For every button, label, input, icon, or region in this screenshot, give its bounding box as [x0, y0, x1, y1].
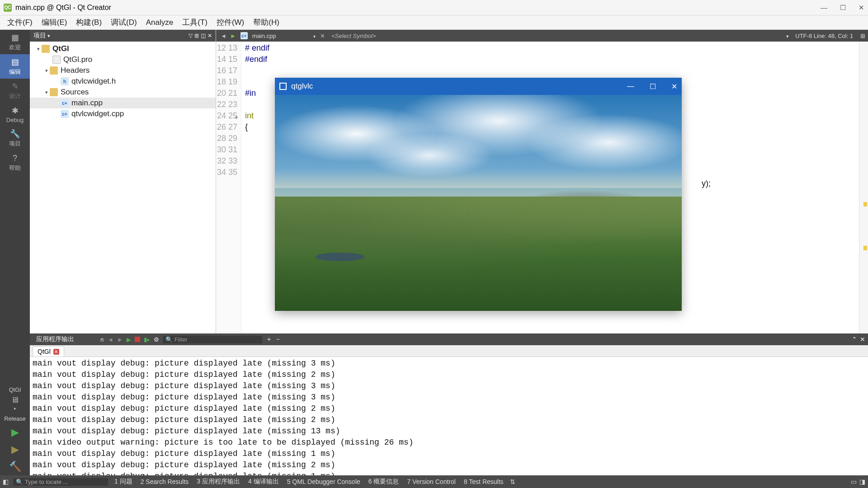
bottom-tab-compile[interactable]: 4 编译输出 [246, 478, 281, 486]
chevron-down-icon[interactable]: ▾ [786, 33, 789, 39]
build-button[interactable]: 🔨 [0, 458, 30, 475]
menu-build[interactable]: 构建(B) [71, 15, 106, 29]
chevron-down-icon[interactable]: ▾ [43, 67, 50, 74]
menu-widgets[interactable]: 控件(W) [212, 15, 249, 29]
project-view-selector[interactable]: 项目 [33, 32, 50, 40]
tree-root-label: QtGl [52, 44, 69, 53]
bottom-tab-tests[interactable]: 8 Test Results [462, 478, 505, 485]
toggle-sidebar-icon[interactable]: ◧ [3, 478, 9, 485]
video-titlebar[interactable]: qtglvlc — ☐ ✕ [275, 78, 682, 95]
locator-input[interactable]: 🔍 Type to locate ... [13, 478, 108, 486]
output-filter-input[interactable]: 🔍 Filter [163, 336, 262, 343]
project-sidebar: 项目 ▽ ⊞ ◫ ✕ ▾QtGl QtGl.pro ▾Headers hqtvl… [30, 30, 216, 333]
bottom-tab-qml[interactable]: 5 QML Debugger Console [285, 478, 362, 485]
bottom-tab-general[interactable]: 6 概要信息 [367, 478, 401, 486]
kit-config: Release [0, 413, 30, 424]
close-panel-icon[interactable]: ✕ [208, 33, 212, 39]
mode-projects[interactable]: 🔧 项目 [0, 126, 30, 150]
help-icon: ? [10, 153, 20, 163]
tree-pro-file[interactable]: QtGl.pro [30, 54, 216, 65]
menu-help[interactable]: 帮助(H) [249, 15, 284, 29]
close-output-icon[interactable]: ✕ [860, 336, 865, 343]
menu-file[interactable]: 文件(F) [3, 15, 37, 29]
nav-forward-icon[interactable]: ► [228, 33, 238, 39]
run-button[interactable]: ▶ [0, 424, 30, 441]
output-tab-label: QtGl [38, 348, 51, 355]
menu-edit[interactable]: 编辑(E) [37, 15, 72, 29]
mode-design[interactable]: ✎ 设计 [0, 79, 30, 103]
grid-icon: ▦ [10, 33, 20, 42]
run-debug-button[interactable]: ▶ [0, 441, 30, 458]
split-editor-icon[interactable]: ⊞ [860, 33, 865, 39]
menu-analyze[interactable]: Analyze [142, 16, 178, 29]
search-icon: 🔍 [165, 336, 173, 343]
mode-edit[interactable]: ▤ 编辑 [0, 54, 30, 79]
search-icon: 🔍 [16, 479, 23, 485]
split-icon[interactable]: ◫ [201, 33, 206, 39]
window-titlebar: QC main.cpp @ QtGl - Qt Creator — ☐ ✕ [0, 0, 868, 15]
tree-h1-label: qtvlcwidget.h [71, 77, 116, 86]
project-tree[interactable]: ▾QtGl QtGl.pro ▾Headers hqtvlcwidget.h ▾… [30, 42, 216, 333]
mode-debug-label: Debug [6, 117, 24, 123]
close-icon[interactable]: ✕ [671, 82, 677, 91]
project-header: 项目 ▽ ⊞ ◫ ✕ [30, 30, 216, 42]
tree-root[interactable]: ▾QtGl [30, 43, 216, 54]
prev-icon[interactable]: ◄ [108, 336, 113, 343]
menu-tools[interactable]: 工具(T) [178, 15, 212, 29]
output-tab[interactable]: QtGl ✕ [33, 346, 64, 357]
cpp-file-icon: c+ [61, 99, 69, 107]
kit-selector[interactable]: 🖥 ▸ [0, 395, 30, 413]
chevron-down-icon[interactable]: ▾ [35, 46, 42, 52]
filter-icon[interactable]: ▽ [189, 33, 193, 39]
collapse-icon[interactable]: ⌃ [852, 336, 857, 343]
mode-help[interactable]: ? 帮助 [0, 150, 30, 175]
mode-debug[interactable]: ✱ Debug [0, 103, 30, 126]
window-title: main.cpp @ QtGl - Qt Creator [15, 4, 111, 12]
next-icon[interactable]: ► [117, 336, 123, 343]
close-tab-icon[interactable]: ✕ [53, 349, 59, 355]
nav-back-icon[interactable]: ◄ [219, 33, 228, 39]
close-icon[interactable]: ✕ [859, 4, 864, 12]
app-icon: QC [4, 4, 12, 12]
stop-icon[interactable] [135, 337, 140, 342]
output-console[interactable]: main vout display debug: picture display… [30, 357, 868, 475]
remove-pane-icon[interactable]: － [275, 335, 281, 343]
chevron-right-icon: ▸ [14, 406, 16, 411]
maximize-icon[interactable]: ☐ [650, 82, 656, 91]
minimap[interactable] [859, 42, 868, 333]
mode-welcome[interactable]: ▦ 欢迎 [0, 30, 30, 54]
tree-header-file[interactable]: hqtvlcwidget.h [30, 76, 216, 87]
stop-all-icon[interactable]: ▮▸ [144, 336, 150, 343]
symbol-selector[interactable]: <Select Symbol> [331, 33, 376, 39]
tree-cpp-widget[interactable]: c+qtvlcwidget.cpp [30, 108, 216, 119]
bottom-tab-search[interactable]: 2 Search Results [139, 478, 191, 485]
mode-welcome-label: 欢迎 [9, 43, 21, 52]
chevron-down-icon[interactable]: ▾ [43, 89, 50, 95]
minimize-icon[interactable]: — [627, 82, 634, 91]
tab-switch-icon[interactable]: ⇅ [510, 478, 515, 485]
menu-debugmenu[interactable]: 调试(D) [106, 15, 142, 29]
settings-icon[interactable]: ⚙ [154, 336, 159, 343]
kit-name[interactable]: QtGl [0, 385, 30, 395]
toggle-right-icon[interactable]: ◨ [859, 478, 865, 485]
rerun-icon[interactable]: ▶ [127, 336, 131, 343]
attach-icon[interactable]: ⎋ [100, 336, 104, 343]
line-gutter: 12 13 14 15 16 17 18 19 20 21 22 23 24 2… [216, 42, 241, 333]
editor-file-selector[interactable]: c+ main.cpp [238, 32, 319, 39]
bottom-tab-appoutput[interactable]: 3 应用程序输出 [195, 478, 242, 486]
add-pane-icon[interactable]: ＋ [266, 335, 272, 343]
maximize-icon[interactable]: ☐ [840, 4, 846, 12]
video-window[interactable]: qtglvlc — ☐ ✕ [275, 78, 682, 311]
bottom-tab-issues[interactable]: 1 问题 [113, 478, 134, 486]
tree-cpp-main[interactable]: c+main.cpp [30, 98, 216, 108]
bottom-tab-vcs[interactable]: 7 Version Control [406, 478, 458, 485]
tree-headers[interactable]: ▾Headers [30, 65, 216, 76]
minimize-icon[interactable]: — [821, 4, 827, 12]
tree-sources[interactable]: ▾Sources [30, 87, 216, 98]
progress-icon[interactable]: ▭ [851, 478, 857, 485]
close-file-icon[interactable]: ✕ [318, 33, 327, 39]
bug-icon: ✱ [10, 106, 20, 116]
output-tab-bar: QtGl ✕ [30, 345, 868, 357]
link-icon[interactable]: ⊞ [194, 33, 199, 39]
tree-headers-label: Headers [61, 66, 90, 75]
